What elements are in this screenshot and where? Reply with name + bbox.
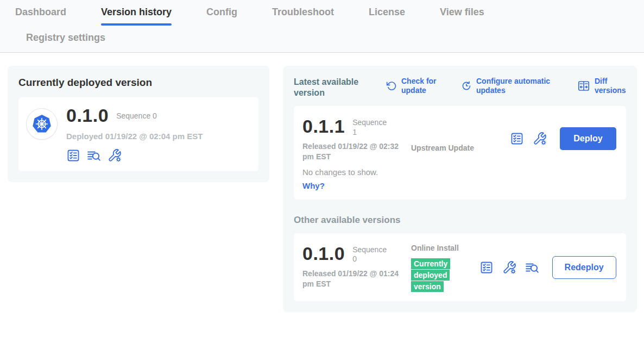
currently-deployed-title: Currently deployed version <box>18 77 258 89</box>
currently-deployed-panel: Currently deployed version 0.1.0 Sequenc… <box>8 66 269 182</box>
latest-version-card: 0.1.1 Sequence 1 Released 01/19/22 @ 02:… <box>294 106 626 200</box>
kubernetes-logo-icon <box>31 113 53 135</box>
currently-deployed-badge: Currently deployed version <box>411 258 450 292</box>
logs-icon[interactable] <box>525 260 539 275</box>
tab-version-history[interactable]: Version history <box>101 7 172 26</box>
nav-row-secondary: Registry settings <box>15 26 644 52</box>
deploy-button[interactable]: Deploy <box>560 127 616 150</box>
latest-available-title: Latest available version <box>294 77 368 98</box>
redeploy-button[interactable]: Redeploy <box>552 256 616 279</box>
tab-dashboard[interactable]: Dashboard <box>15 7 66 26</box>
checklist-icon[interactable] <box>510 132 524 146</box>
refresh-icon <box>386 80 397 91</box>
config-icon[interactable] <box>108 148 122 163</box>
other-actions: Redeploy <box>479 256 616 279</box>
logs-icon[interactable] <box>87 148 101 163</box>
currently-deployed-badge-wrap: Currently deployed version <box>411 258 457 293</box>
other-available-versions-title: Other available versions <box>294 215 626 226</box>
latest-source-label: Upstream Update <box>411 143 476 153</box>
other-sequence-label: Sequence 0 <box>352 245 392 264</box>
other-version-card: 0.1.0 Sequence 0 Released 01/19/22 @ 01:… <box>294 233 626 301</box>
latest-released-timestamp: Released 01/19/22 @ 02:32 pm EST <box>302 141 400 162</box>
app-logo <box>26 108 58 140</box>
latest-sequence-label: Sequence 1 <box>352 118 392 137</box>
check-for-update-label: Check for update <box>401 77 443 95</box>
other-version-block: 0.1.0 Sequence 0 Released 01/19/22 @ 01:… <box>302 243 411 289</box>
deployed-version-number: 0.1.0 <box>66 105 109 126</box>
other-source-label: Online Install <box>411 243 476 253</box>
diff-versions-link[interactable]: Diff versions <box>577 77 626 95</box>
latest-actions: Deploy <box>510 127 616 150</box>
diff-versions-label: Diff versions <box>595 77 626 95</box>
tab-license[interactable]: License <box>369 7 405 26</box>
deployed-timestamp: Deployed 01/19/22 @ 02:04 pm EST <box>66 132 203 141</box>
deployed-actions <box>66 148 203 163</box>
latest-available-header: Latest available version Check for updat… <box>294 77 626 98</box>
top-nav: Dashboard Version history Config Trouble… <box>0 0 644 53</box>
nav-row-primary: Dashboard Version history Config Trouble… <box>15 7 644 26</box>
checklist-icon[interactable] <box>66 148 80 163</box>
other-source-block: Online Install Currently deployed versio… <box>411 243 476 293</box>
latest-version-block: 0.1.1 Sequence 1 Released 01/19/22 @ 02:… <box>302 116 411 162</box>
schedule-icon <box>461 80 472 91</box>
no-changes-text: No changes to show. <box>302 167 616 177</box>
diff-icon <box>577 79 590 92</box>
config-icon[interactable] <box>502 260 516 275</box>
configure-automatic-updates-label: Configure automatic updates <box>476 77 559 95</box>
other-version-number: 0.1.0 <box>302 243 345 264</box>
why-link[interactable]: Why? <box>302 181 325 190</box>
main-content: Currently deployed version 0.1.0 Sequenc… <box>0 53 644 312</box>
deployed-version-card: 0.1.0 Sequence 0 Deployed 01/19/22 @ 02:… <box>18 97 258 171</box>
checklist-icon[interactable] <box>479 260 494 275</box>
deployed-version-body: 0.1.0 Sequence 0 Deployed 01/19/22 @ 02:… <box>66 105 203 163</box>
available-versions-panel: Latest available version Check for updat… <box>283 66 637 312</box>
other-released-timestamp: Released 01/19/22 @ 01:24 pm EST <box>302 269 400 289</box>
tab-view-files[interactable]: View files <box>440 7 484 26</box>
tab-config[interactable]: Config <box>206 7 237 26</box>
tab-registry-settings[interactable]: Registry settings <box>26 32 105 51</box>
latest-version-number: 0.1.1 <box>302 116 345 137</box>
deployed-sequence-label: Sequence 0 <box>116 111 157 120</box>
tab-troubleshoot[interactable]: Troubleshoot <box>272 7 334 26</box>
config-icon[interactable] <box>533 132 547 146</box>
check-for-update-link[interactable]: Check for update <box>386 77 443 95</box>
configure-automatic-updates-link[interactable]: Configure automatic updates <box>461 77 559 95</box>
